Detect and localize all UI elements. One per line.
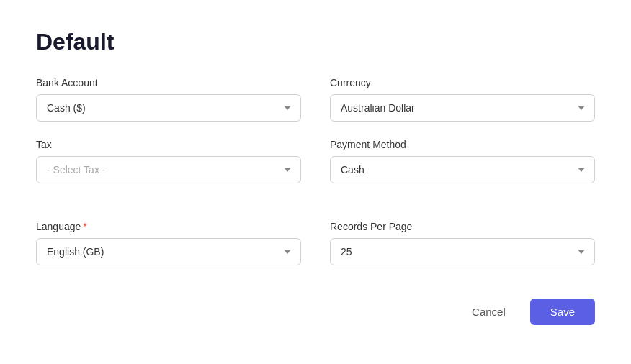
form-actions: Cancel Save bbox=[36, 291, 595, 325]
modal-container: Default Bank Account Cash ($) Bank Accou… bbox=[0, 0, 631, 364]
currency-select-wrapper: Australian Dollar US Dollar Euro British… bbox=[330, 94, 595, 122]
bank-account-select[interactable]: Cash ($) Bank Account 1 Bank Account 2 bbox=[36, 94, 301, 122]
tax-select[interactable]: - Select Tax - No Tax GST 10% VAT 20% bbox=[36, 156, 301, 183]
tax-label: Tax bbox=[36, 139, 301, 150]
page-title: Default bbox=[36, 29, 595, 55]
records-per-page-select[interactable]: 10 25 50 100 bbox=[330, 238, 595, 265]
currency-select[interactable]: Australian Dollar US Dollar Euro British… bbox=[330, 94, 595, 122]
bank-account-label: Bank Account bbox=[36, 77, 301, 88]
bank-account-group: Bank Account Cash ($) Bank Account 1 Ban… bbox=[36, 77, 301, 122]
language-group: Language* English (GB) English (US) Fren… bbox=[36, 221, 301, 265]
currency-label: Currency bbox=[330, 77, 595, 88]
records-per-page-group: Records Per Page 10 25 50 100 bbox=[330, 221, 595, 265]
payment-method-label: Payment Method bbox=[330, 139, 595, 150]
language-select[interactable]: English (GB) English (US) French German … bbox=[36, 238, 301, 265]
cancel-button[interactable]: Cancel bbox=[457, 299, 520, 325]
bank-account-select-wrapper: Cash ($) Bank Account 1 Bank Account 2 bbox=[36, 94, 301, 122]
records-per-page-select-wrapper: 10 25 50 100 bbox=[330, 238, 595, 265]
language-select-wrapper: English (GB) English (US) French German … bbox=[36, 238, 301, 265]
tax-group: Tax - Select Tax - No Tax GST 10% VAT 20… bbox=[36, 139, 301, 183]
tax-select-wrapper: - Select Tax - No Tax GST 10% VAT 20% bbox=[36, 156, 301, 183]
form-grid: Bank Account Cash ($) Bank Account 1 Ban… bbox=[36, 77, 595, 265]
spacer bbox=[36, 201, 595, 204]
records-per-page-label: Records Per Page bbox=[330, 221, 595, 232]
save-button[interactable]: Save bbox=[530, 299, 595, 325]
payment-method-group: Payment Method Cash Credit Card Bank Tra… bbox=[330, 139, 595, 183]
language-label: Language* bbox=[36, 221, 301, 232]
required-indicator: * bbox=[83, 221, 86, 232]
currency-group: Currency Australian Dollar US Dollar Eur… bbox=[330, 77, 595, 122]
payment-method-select[interactable]: Cash Credit Card Bank Transfer Cheque bbox=[330, 156, 595, 183]
payment-method-select-wrapper: Cash Credit Card Bank Transfer Cheque bbox=[330, 156, 595, 183]
